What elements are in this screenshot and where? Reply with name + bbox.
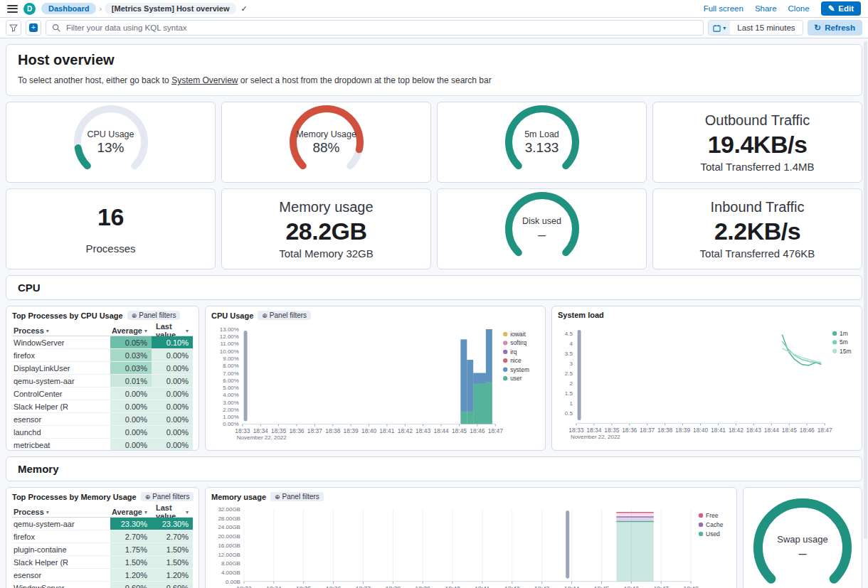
table-row[interactable]: DisplayLinkUser 0.03% 0.00% — [12, 362, 193, 375]
bar-user — [480, 384, 486, 424]
kql-search-box[interactable] — [46, 20, 704, 36]
legend-dot — [503, 332, 507, 336]
deployment-logo[interactable]: D — [23, 3, 36, 15]
gauge-label: Memory Usage — [296, 129, 356, 139]
stat-subtitle: Total Transferred 476KB — [700, 247, 815, 260]
stat-value: 16 — [97, 203, 124, 231]
gauge-cpu-usage: CPU Usage 13% — [73, 105, 149, 180]
add-filter-button[interactable]: + — [26, 20, 41, 36]
full-screen-link[interactable]: Full screen — [704, 4, 743, 13]
calendar-button[interactable]: ▾ — [709, 21, 730, 35]
panel-title: System load — [558, 311, 604, 319]
metrics-grid: CPU Usage 13% Memory Usage 88% 5m Load 3… — [6, 102, 862, 269]
system-overview-link[interactable]: System Overview — [171, 75, 238, 85]
svg-text:18:35: 18:35 — [271, 427, 286, 434]
table-row[interactable]: metricbeat 0.00% 0.00% — [12, 439, 193, 451]
vertical-scrollbar-thumb[interactable] — [244, 331, 248, 421]
table-row[interactable]: ControlCenter 0.00% 0.00% — [12, 387, 193, 400]
table-row[interactable]: Slack Helper (R 0.00% 0.00% — [12, 400, 193, 413]
panel-title: Top Processes by CPU Usage — [12, 311, 123, 320]
svg-text:Free: Free — [706, 512, 719, 519]
saved-query-menu-button[interactable] — [6, 20, 21, 36]
table-row[interactable]: firefox 0.03% 0.00% — [12, 349, 193, 362]
legend-item-system[interactable]: system — [503, 366, 529, 373]
svg-text:18:38: 18:38 — [325, 427, 340, 434]
legend-item-softirq[interactable]: softirq — [503, 339, 526, 346]
average-value: 0.60% — [110, 582, 152, 588]
legend-item-cache[interactable]: Cache — [699, 521, 724, 528]
table-row[interactable]: Slack Helper (R 1.50% 1.50% — [12, 556, 193, 569]
legend-item-1m[interactable]: 1m — [832, 330, 848, 337]
breadcrumb-dashboard[interactable]: Dashboard — [41, 3, 96, 14]
vertical-scrollbar-thumb[interactable] — [578, 330, 581, 420]
svg-text:system: system — [510, 366, 529, 373]
breadcrumb-page-title[interactable]: [Metrics System] Host overview — [105, 3, 237, 14]
svg-text:18:40: 18:40 — [693, 427, 708, 434]
vertical-scrollbar-thumb[interactable] — [566, 511, 569, 579]
legend-dot — [503, 358, 507, 363]
clone-link[interactable]: Clone — [788, 4, 810, 13]
metric-stat-memory-usage: Memory usage28.2GB Total Memory 32GB — [221, 188, 431, 269]
table-row[interactable]: plugin-containe 1.75% 1.50% — [12, 543, 193, 556]
svg-text:12.00%: 12.00% — [220, 333, 239, 340]
last-value: 0.00% — [152, 387, 193, 400]
panel-filters-badge[interactable]: ⊕ Panel filters — [270, 492, 324, 501]
legend-dot — [699, 523, 703, 527]
last-value: 0.60% — [152, 582, 193, 588]
last-value: 0.10% — [152, 336, 193, 348]
sort-icon: ▾ — [144, 328, 147, 334]
panel-filters-badge[interactable]: ⊕ Panel filters — [141, 492, 194, 501]
svg-text:2.00%: 2.00% — [223, 407, 239, 413]
average-value: 2.70% — [110, 530, 152, 542]
cpu-processes-table: Process▾ Average▾ Last value▾WindowServe… — [12, 322, 193, 451]
bar-user — [460, 412, 467, 424]
page-scrollbar[interactable] — [864, 41, 867, 539]
svg-text:18:46: 18:46 — [470, 427, 485, 434]
average-value: 0.00% — [110, 439, 152, 451]
legend-dot — [832, 340, 837, 344]
process-name: ControlCenter — [12, 387, 110, 400]
table-row[interactable]: launchd 0.00% 0.00% — [12, 426, 193, 439]
y-axis: 13.00%12.00%11.00%10.00%9.00%8.00%7.00%6… — [220, 326, 239, 427]
svg-text:18:46: 18:46 — [624, 585, 639, 588]
search-input[interactable] — [65, 23, 697, 33]
legend-item-nice[interactable]: nice — [503, 357, 522, 364]
table-row[interactable]: qemu-system-aar 0.01% 0.00% — [12, 375, 193, 387]
last-value: 0.00% — [152, 362, 193, 374]
legend-item-iowait[interactable]: iowait — [503, 331, 526, 338]
memory-section-title: Memory — [18, 463, 850, 475]
calendar-icon — [713, 24, 721, 32]
panel-filters-badge[interactable]: ⊕ Panel filters — [258, 311, 311, 320]
table-row[interactable]: WindowServer 0.05% 0.10% — [12, 336, 193, 349]
time-range-display[interactable]: Last 15 minutes — [730, 21, 802, 35]
svg-text:18:44: 18:44 — [434, 427, 449, 434]
area-used — [616, 521, 653, 581]
table-row[interactable]: WindowServer 0.60% 0.60% — [12, 582, 193, 588]
table-row[interactable]: qemu-system-aar 23.30% 23.30% — [12, 518, 193, 530]
average-value: 23.30% — [110, 518, 152, 530]
legend-item-5m[interactable]: 5m — [832, 338, 848, 346]
legend-item-used[interactable]: Used — [699, 530, 720, 538]
share-link[interactable]: Share — [755, 4, 777, 13]
menu-icon[interactable] — [7, 5, 18, 13]
table-row[interactable]: firefox 2.70% 2.70% — [12, 530, 193, 543]
legend-item-irq[interactable]: irq — [503, 348, 517, 356]
legend-dot — [832, 331, 837, 336]
process-name: qemu-system-aar — [12, 375, 110, 387]
svg-text:18:47: 18:47 — [488, 427, 503, 434]
edit-button[interactable]: ✎ Edit — [821, 1, 861, 16]
refresh-button[interactable]: ↻ Refresh — [808, 20, 862, 36]
table-row[interactable]: esensor 0.00% 0.00% — [12, 413, 193, 426]
average-value: 0.05% — [110, 336, 152, 348]
legend-item-user[interactable]: user — [503, 375, 522, 382]
legend-item-free[interactable]: Free — [699, 512, 719, 519]
table-header-row: Process▾ Average▾ Last value▾ — [12, 503, 193, 518]
panel-filters-icon: ⊕ — [132, 312, 137, 319]
legend-item-15m[interactable]: 15m — [832, 348, 852, 355]
cpu-section-heading-panel: CPU — [6, 275, 862, 300]
svg-text:1m: 1m — [840, 330, 848, 337]
panel-filters-badge[interactable]: ⊕ Panel filters — [127, 311, 181, 320]
svg-text:18:41: 18:41 — [379, 427, 394, 434]
last-value: 0.00% — [152, 349, 193, 361]
table-row[interactable]: esensor 1.20% 1.20% — [12, 569, 193, 582]
